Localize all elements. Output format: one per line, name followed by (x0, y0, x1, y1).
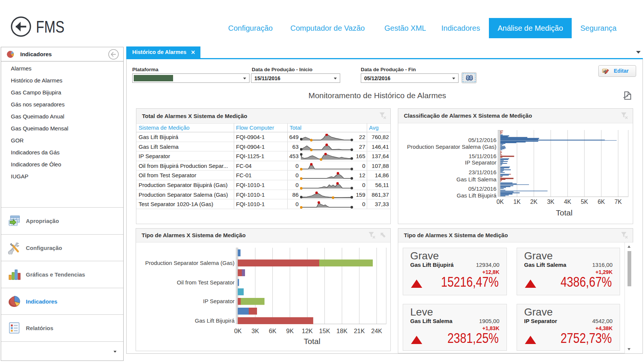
svg-text:4K: 4K (564, 199, 571, 205)
svg-text:Gas Lift Bijupirá: Gas Lift Bijupirá (195, 317, 235, 324)
svg-text:Total: Total (304, 337, 320, 346)
svg-text:0K: 0K (496, 199, 504, 205)
svg-text:15K: 15K (319, 328, 330, 334)
svg-text:24K: 24K (371, 328, 382, 334)
svg-text:23/11/2016: 23/11/2016 (469, 169, 496, 175)
svg-text:7K: 7K (614, 199, 622, 205)
svg-text:05/12/2016: 05/12/2016 (468, 137, 496, 143)
svg-text:5K: 5K (581, 199, 588, 205)
svg-text:05/12/2016: 05/12/2016 (468, 185, 496, 192)
svg-text:6K: 6K (598, 199, 605, 205)
svg-text:3K: 3K (547, 199, 554, 205)
svg-text:IP Separator: IP Separator (203, 298, 235, 304)
svg-text:3K: 3K (251, 328, 259, 334)
svg-text:9K: 9K (286, 328, 294, 334)
svg-text:6K: 6K (269, 328, 276, 334)
svg-text:Total: Total (556, 208, 572, 217)
svg-text:Production Separator Salema (G: Production Separator Salema (Gas) (407, 144, 496, 150)
svg-text:1K: 1K (513, 199, 521, 205)
svg-text:Oil from Test Separator: Oil from Test Separator (177, 279, 235, 286)
svg-text:18K: 18K (336, 328, 347, 334)
svg-text:12K: 12K (302, 328, 313, 334)
svg-text:21K: 21K (354, 328, 365, 334)
svg-text:Production Separator Salema (G: Production Separator Salema (Gas) (145, 260, 235, 266)
svg-text:Gas Lift Salema: Gas Lift Salema (456, 176, 496, 182)
svg-text:2K: 2K (530, 199, 538, 205)
svg-text:IP Separator: IP Separator (465, 159, 496, 166)
svg-text:15/11/2016: 15/11/2016 (469, 153, 496, 159)
svg-text:0K: 0K (234, 328, 242, 334)
svg-text:Gas Lift Bijupirá: Gas Lift Bijupirá (457, 192, 497, 199)
